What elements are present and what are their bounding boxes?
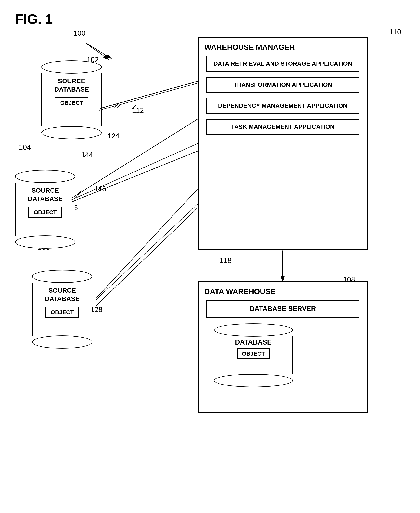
ref-100: 100	[74, 29, 85, 37]
data-warehouse-label: DATA WAREHOUSE	[199, 282, 367, 298]
source-db-2: SOURCE DATABASE OBJECT	[11, 170, 79, 249]
data-warehouse-box: DATA WAREHOUSE DATABASE SERVER DATABASE …	[198, 281, 368, 413]
ref-114: 114	[81, 151, 93, 159]
svg-line-9	[117, 104, 121, 108]
ref-118: 118	[220, 257, 232, 265]
transformation-app-box: TRANSFORMATION APPLICATION	[206, 77, 359, 93]
warehouse-manager-box: WAREHOUSE MANAGER DATA RETRIEVAL AND STO…	[198, 37, 368, 250]
svg-line-2	[100, 81, 198, 108]
svg-line-15	[96, 204, 198, 300]
task-management-app-box: TASK MANAGEMENT APPLICATION	[206, 119, 359, 135]
ref-124: 124	[107, 132, 119, 140]
dependency-app-box: DEPENDENCY MANAGEMENT APPLICATION	[206, 98, 359, 114]
svg-line-13	[99, 83, 198, 110]
svg-line-5	[100, 81, 198, 108]
source-db-1: SOURCE DATABASE OBJECT	[38, 60, 105, 139]
database-server-box: DATABASE SERVER	[206, 300, 359, 318]
ref-110: 110	[389, 28, 401, 36]
ref-112: 112	[132, 107, 144, 115]
svg-line-7	[96, 189, 198, 298]
database-cylinder: DATABASE OBJECT	[214, 323, 352, 387]
ref-116: 116	[94, 185, 106, 193]
source-db-3: SOURCE DATABASE OBJECT	[28, 270, 96, 349]
ref-104: 104	[19, 143, 31, 152]
warehouse-manager-label: WAREHOUSE MANAGER	[199, 38, 367, 54]
data-retrieval-app-box: DATA RETRIEVAL AND STORAGE APPLICATION	[206, 56, 359, 72]
svg-line-19	[115, 103, 119, 107]
svg-line-4	[96, 207, 198, 306]
figure-label: FIG. 1	[15, 11, 53, 27]
